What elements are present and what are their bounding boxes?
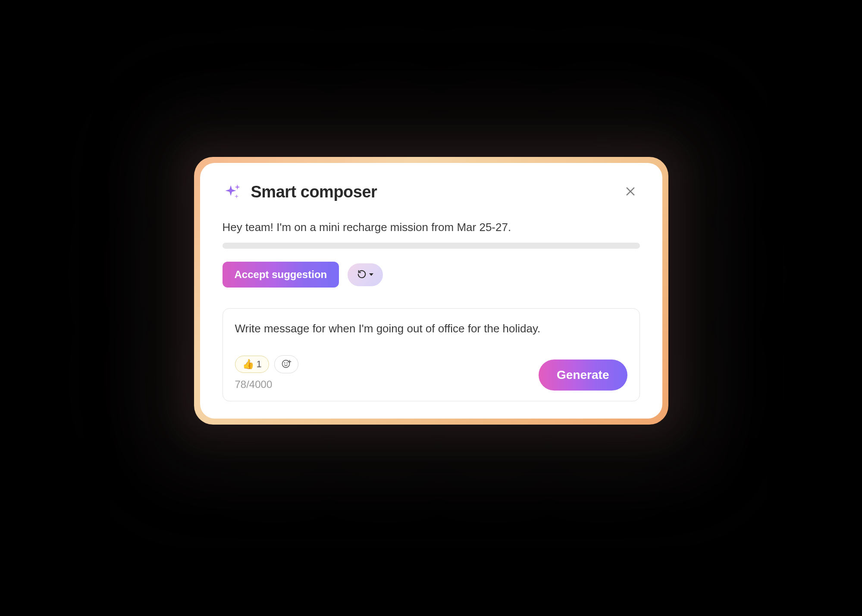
prompt-input-value: Write message for when I'm going out of … [235, 321, 627, 336]
add-reaction-button[interactable] [274, 355, 298, 373]
sparkle-icon [223, 182, 242, 202]
refresh-icon [357, 269, 367, 280]
thumbs-up-icon: 👍 [242, 359, 254, 370]
suggestion-text: Hey team! I'm on a mini recharge mission… [223, 219, 640, 235]
thumbs-up-count: 1 [257, 359, 262, 370]
backdrop: Smart composer Hey team! I'm on a mini r… [0, 0, 862, 616]
svg-point-3 [285, 363, 285, 363]
close-icon [624, 185, 636, 199]
svg-point-4 [287, 363, 287, 363]
add-reaction-icon [281, 359, 292, 370]
close-button[interactable] [621, 182, 640, 202]
composer-card: Smart composer Hey team! I'm on a mini r… [194, 157, 668, 425]
regenerate-button[interactable] [348, 263, 383, 286]
chevron-down-icon [369, 273, 373, 276]
suggestion-actions: Accept suggestion [223, 262, 640, 288]
svg-point-2 [282, 360, 289, 367]
accept-suggestion-button[interactable]: Accept suggestion [223, 262, 339, 288]
composer-header: Smart composer [223, 182, 640, 202]
composer-title: Smart composer [251, 183, 377, 201]
footer-left: 👍 1 [235, 355, 298, 391]
header-left: Smart composer [223, 182, 377, 202]
suggestion-placeholder-line [223, 243, 640, 249]
prompt-input-area[interactable]: Write message for when I'm going out of … [223, 308, 640, 401]
reaction-row: 👍 1 [235, 355, 298, 373]
thumbs-up-reaction[interactable]: 👍 1 [235, 356, 269, 373]
generate-button[interactable]: Generate [539, 360, 627, 391]
composer-panel: Smart composer Hey team! I'm on a mini r… [200, 163, 662, 419]
char-counter: 78/4000 [235, 378, 298, 391]
input-footer: 👍 1 [235, 355, 627, 391]
